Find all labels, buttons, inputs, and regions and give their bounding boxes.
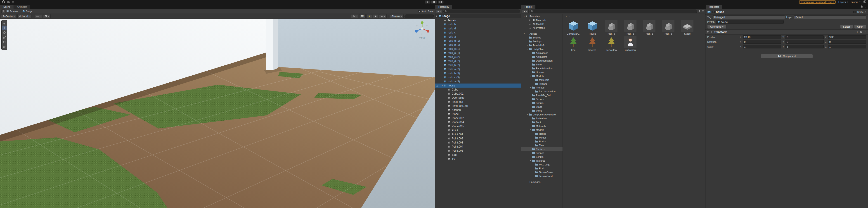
- hierarchy-item[interactable]: Point.001: [435, 132, 521, 137]
- project-tree-item[interactable]: ★ Medal: [521, 136, 562, 140]
- hierarchy-item[interactable]: TV: [435, 157, 521, 161]
- project-tree-item[interactable]: ★ Tree: [521, 143, 562, 147]
- project-tree-item[interactable]: ★ Editor: [521, 62, 562, 66]
- scene-object-pillar[interactable]: [266, 19, 273, 70]
- asset-item[interactable]: rock_b: [622, 20, 639, 35]
- project-tree-item[interactable]: ▾ ★ Textures: [521, 159, 562, 162]
- play-button[interactable]: [425, 0, 431, 4]
- hierarchy-item[interactable]: rock_a: [435, 35, 521, 39]
- view-tool-icon[interactable]: [2, 21, 6, 25]
- z-value-field[interactable]: 9.35: [828, 35, 866, 39]
- project-tree-item[interactable]: ▾ ★ UnityChanAdventure: [521, 113, 562, 116]
- breadcrumb-item[interactable]: Scenes: [6, 10, 18, 13]
- breadcrumb-item[interactable]: [565, 15, 568, 18]
- project-tree-item[interactable]: ★ Rocks: [521, 140, 562, 143]
- project-tree-item[interactable]: ▾ ★ Models: [521, 128, 562, 132]
- prefab-object-field[interactable]: house: [716, 20, 784, 24]
- scene-orientation-gizmo[interactable]: Persp: [412, 20, 432, 39]
- project-tree-item[interactable]: ★ Animators: [521, 55, 562, 59]
- hierarchy-item[interactable]: Terrain: [435, 18, 521, 22]
- gizmos-dropdown-button[interactable]: Gizmos: [390, 14, 404, 18]
- project-tree-item[interactable]: ★ FaceAnimation: [521, 66, 562, 70]
- project-tree-item[interactable]: ★ Animation: [521, 116, 562, 120]
- effects-toggle-button[interactable]: [379, 14, 386, 18]
- transform-component-header[interactable]: Transform ? ⋮: [706, 30, 868, 35]
- project-tree-item[interactable]: ★ All Prefabs: [521, 26, 562, 30]
- select-button[interactable]: Select: [840, 25, 853, 29]
- foldout-arrow[interactable]: ▾: [529, 129, 532, 131]
- hierarchy-item[interactable]: Door Slide: [435, 96, 521, 100]
- hierarchy-item[interactable]: rock_c: [435, 31, 521, 35]
- static-checkbox[interactable]: [853, 11, 856, 13]
- hierarchy-item[interactable]: FirstFloor.001: [435, 104, 521, 108]
- hierarchy-search-input[interactable]: [448, 10, 519, 13]
- layout-dropdown[interactable]: Layout: [851, 1, 861, 3]
- project-tree-item[interactable]: ★ Materials: [521, 78, 562, 82]
- project-tree-item[interactable]: ▾ ★ Favorites: [521, 14, 562, 18]
- tab-project[interactable]: Project: [521, 5, 535, 9]
- experimental-packages-badge[interactable]: Experimental Packages In Use: [799, 0, 836, 4]
- grid-visibility-button[interactable]: [35, 14, 42, 18]
- hierarchy-item[interactable]: rock_c (3): [435, 76, 521, 80]
- layers-dropdown[interactable]: Layers: [838, 1, 848, 3]
- shading-mode-button[interactable]: [351, 14, 359, 18]
- open-button[interactable]: Open: [854, 25, 866, 29]
- project-tree-item[interactable]: ★ All Materials: [521, 18, 562, 22]
- project-tree-item[interactable]: ★ Font: [521, 120, 562, 124]
- project-tree-item[interactable]: ★ House: [521, 132, 562, 136]
- x-value-field[interactable]: 0: [743, 40, 781, 44]
- x-value-field[interactable]: 28.18: [743, 35, 781, 39]
- project-search-input[interactable]: [534, 10, 696, 13]
- presets-icon[interactable]: [860, 31, 862, 33]
- search-by-type-icon[interactable]: [698, 10, 701, 13]
- project-tree-item[interactable]: ★ TerrainGrass: [521, 170, 562, 174]
- tab-hierarchy[interactable]: Hierarchy: [435, 5, 452, 9]
- project-tree-item[interactable]: ★ Prefabs: [521, 147, 562, 151]
- audio-toggle-button[interactable]: [373, 14, 378, 18]
- project-search[interactable]: [530, 9, 697, 13]
- asset-item[interactable]: House: [584, 20, 601, 35]
- auto-save-checkbox[interactable]: [418, 10, 421, 12]
- help-icon[interactable]: ?: [857, 31, 858, 33]
- add-component-button[interactable]: Add Component: [761, 54, 813, 58]
- hierarchy-item[interactable]: rock_d (1): [435, 39, 521, 43]
- pause-button[interactable]: [431, 0, 437, 4]
- foldout-arrow[interactable]: ▾: [523, 33, 525, 35]
- scene-canvas[interactable]: [0, 19, 435, 208]
- foldout-arrow[interactable]: ▾: [529, 86, 532, 89]
- overrides-button[interactable]: Overrides: [707, 25, 726, 29]
- asset-item[interactable]: rock_d: [659, 20, 677, 35]
- project-tree-item[interactable]: ★ Scenes: [521, 97, 562, 101]
- y-value-field[interactable]: 0: [785, 40, 824, 44]
- account-icon[interactable]: [863, 0, 866, 4]
- foldout-arrow[interactable]: ▾: [441, 84, 444, 87]
- project-tree-item[interactable]: ★ Scenes: [521, 35, 562, 39]
- project-tree-item[interactable]: ★ MCCLogo: [521, 162, 562, 166]
- tab-scene[interactable]: Scene: [0, 5, 13, 9]
- prefab-stage-header[interactable]: Stage: [435, 14, 521, 18]
- foldout-arrow[interactable]: ▸: [523, 181, 525, 183]
- hierarchy-item[interactable]: Plane.004: [435, 120, 521, 124]
- hierarchy-item[interactable]: rock_a (1): [435, 51, 521, 55]
- asset-item[interactable]: GameMan...: [565, 20, 582, 35]
- asset-item[interactable]: unitychan: [622, 36, 639, 51]
- x-value-field[interactable]: 1: [743, 45, 781, 49]
- foldout-arrow[interactable]: ▾: [523, 15, 525, 17]
- y-value-field[interactable]: 0: [785, 35, 824, 39]
- asset-item[interactable]: treered: [584, 36, 601, 51]
- project-tree-item[interactable]: ★ Texture: [521, 82, 562, 86]
- hierarchy-item[interactable]: Plane.002: [435, 116, 521, 120]
- hierarchy-item[interactable]: rock_b (3): [435, 71, 521, 76]
- project-tree-item[interactable]: ★ Settings: [521, 39, 562, 43]
- prefab-back-button[interactable]: [1, 9, 5, 13]
- hierarchy-item[interactable]: Point.004: [435, 145, 521, 149]
- hierarchy-item[interactable]: Cube.001: [435, 92, 521, 96]
- cloud-services-icon[interactable]: [7, 0, 10, 4]
- project-tree-item[interactable]: ★ Animations: [521, 51, 562, 55]
- hierarchy-item[interactable]: Point.003: [435, 141, 521, 145]
- project-tree-item[interactable]: ★ Voice: [521, 109, 562, 113]
- project-add-button[interactable]: +: [522, 9, 529, 13]
- hierarchy-item[interactable]: Point: [435, 128, 521, 132]
- lighting-toggle-button[interactable]: [367, 14, 372, 18]
- hierarchy-item[interactable]: FirstFloor: [435, 100, 521, 104]
